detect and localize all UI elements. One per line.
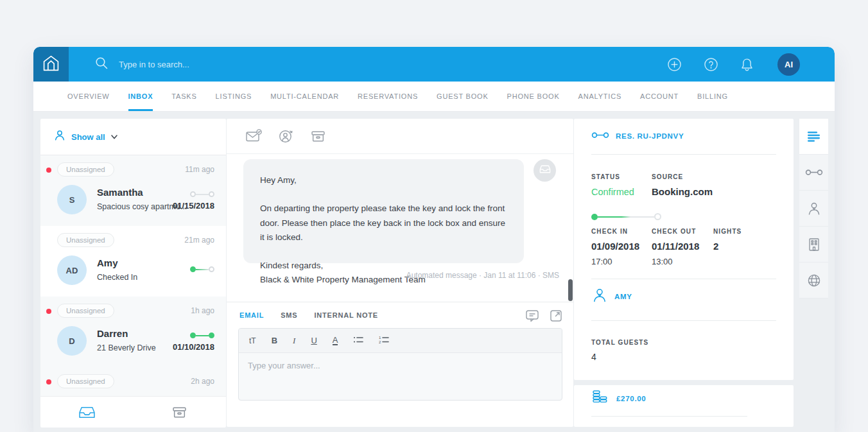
bullet-list-icon[interactable] xyxy=(353,335,363,347)
mark-read-envelope-icon[interactable] xyxy=(245,127,263,145)
thread-panel: Hey Amy, On departing the property pleas… xyxy=(227,119,573,427)
expand-icon[interactable] xyxy=(549,309,563,325)
tab-multi-calendar[interactable]: MULTI-CALENDAR xyxy=(270,82,339,111)
assignment-badge: Unassigned xyxy=(57,304,114,318)
svg-text:1: 1 xyxy=(379,336,381,340)
search-input[interactable] xyxy=(117,59,326,70)
time-ago: 21m ago xyxy=(184,236,214,245)
italic-icon[interactable]: I xyxy=(293,336,295,346)
conversation-list-panel: Show all Unassigned 11m ago S Samantha S… xyxy=(40,119,226,427)
tab-analytics[interactable]: ANALYTICS xyxy=(578,82,622,111)
archive-box-icon[interactable] xyxy=(134,406,227,419)
compose-tab-sms[interactable]: SMS xyxy=(281,311,297,319)
detail-sidebar xyxy=(799,119,828,298)
check-in-date: 01/09/2018 xyxy=(591,241,639,252)
status-value: Confirmed xyxy=(591,187,634,197)
underline-icon[interactable]: U xyxy=(311,336,317,345)
reply-editor: tT B I U A 1 xyxy=(238,328,562,401)
stay-date: 01/10/2018 xyxy=(173,342,214,352)
assign-user-icon[interactable] xyxy=(277,127,295,145)
guest-name: Darren xyxy=(97,328,128,339)
unread-dot xyxy=(46,168,51,173)
global-search xyxy=(95,47,326,82)
filter-label: Show all xyxy=(71,132,105,142)
time-ago: 2h ago xyxy=(191,377,214,386)
guest-name: Samantha xyxy=(97,187,143,198)
details-notes-icon[interactable] xyxy=(799,119,828,155)
compose-area: EMAIL SMS INTERNAL NOTE xyxy=(227,302,573,428)
tab-inbox[interactable]: INBOX xyxy=(128,82,153,111)
total-guests-label: TOTAL GUESTS xyxy=(591,339,648,346)
divider xyxy=(591,279,776,279)
tab-account[interactable]: ACCOUNT xyxy=(640,82,679,111)
check-out-time: 13:00 xyxy=(652,257,673,266)
tab-phone-book[interactable]: PHONE BOOK xyxy=(507,82,560,111)
home-logo[interactable] xyxy=(33,47,69,82)
format-toolbar: tT B I U A 1 xyxy=(239,329,562,353)
tab-tasks[interactable]: TASKS xyxy=(171,82,196,111)
message-meta: Automated message · Jan 11 at 11:06 · SM… xyxy=(406,271,559,280)
unread-dot xyxy=(46,309,51,314)
message-greeting: Hey Amy, xyxy=(260,173,507,187)
total-price: £270.00 xyxy=(616,395,646,402)
inbox-tray-icon xyxy=(539,164,551,177)
list-item-darren[interactable]: Unassigned 1h ago D Darren 21 Beverly Dr… xyxy=(40,297,226,368)
numbered-list-icon[interactable]: 1 2 xyxy=(379,335,389,347)
avatar: S xyxy=(57,185,87,214)
add-button[interactable] xyxy=(666,56,682,72)
message-body: On departing the property please take th… xyxy=(260,202,507,245)
list-footer xyxy=(40,396,226,428)
guest-person-icon[interactable] xyxy=(799,191,828,227)
automated-sender-avatar xyxy=(534,159,556,182)
coins-icon xyxy=(591,389,609,408)
bold-icon[interactable]: B xyxy=(272,336,277,345)
reply-input[interactable] xyxy=(239,353,562,398)
link-icon xyxy=(591,130,609,142)
font-size-icon[interactable]: tT xyxy=(249,336,256,345)
price-card: £270.00 xyxy=(574,385,794,427)
tab-billing[interactable]: BILLING xyxy=(697,82,728,111)
tab-reservations[interactable]: RESERVATIONS xyxy=(358,82,418,111)
time-ago: 11m ago xyxy=(185,165,214,174)
avatar: D xyxy=(57,326,87,356)
reservation-progress xyxy=(591,213,661,220)
source-value: Booking.com xyxy=(652,186,713,197)
tab-overview[interactable]: OVERVIEW xyxy=(67,82,110,111)
house-icon xyxy=(42,55,60,74)
globe-icon[interactable] xyxy=(799,263,828,298)
reservation-link-icon[interactable] xyxy=(799,155,828,191)
compose-actions xyxy=(525,309,563,325)
list-item-partial[interactable]: Unassigned 2h ago xyxy=(40,367,226,396)
assignment-badge: Unassigned xyxy=(57,374,114,388)
app-window: AI OVERVIEW INBOX TASKS LISTINGS MULTI-C… xyxy=(33,47,835,432)
nights-label: NIGHTS xyxy=(713,228,742,235)
user-avatar[interactable]: AI xyxy=(777,53,800,76)
reservation-card: RES. RU-JPDNVY STATUS SOURCE Confirmed B… xyxy=(574,119,794,380)
check-out-label: CHECK OUT xyxy=(652,228,696,235)
reservation-code: RES. RU-JPDNVY xyxy=(616,132,684,140)
conversation-filter[interactable]: Show all xyxy=(40,119,226,155)
person-filter-icon xyxy=(53,129,66,144)
status-label: STATUS xyxy=(591,173,620,180)
compose-tab-email[interactable]: EMAIL xyxy=(239,311,264,319)
guest-link[interactable]: AMY xyxy=(591,287,632,306)
help-button[interactable] xyxy=(703,56,718,72)
avatar: AD xyxy=(57,255,87,285)
canned-response-icon[interactable] xyxy=(525,309,540,325)
list-item-samantha[interactable]: Unassigned 11m ago S Samantha Spacious c… xyxy=(40,155,226,227)
list-item-amy[interactable]: Unassigned 21m ago AD Amy Checked In xyxy=(40,226,226,297)
stay-progress-indicator xyxy=(190,333,214,338)
inbox-tray-icon[interactable] xyxy=(40,406,134,419)
price-link[interactable]: £270.00 xyxy=(591,389,646,408)
thread-scrollbar[interactable] xyxy=(568,279,573,301)
tab-guest-book[interactable]: GUEST BOOK xyxy=(437,82,489,111)
reservation-link[interactable]: RES. RU-JPDNVY xyxy=(591,130,684,142)
property-building-icon[interactable] xyxy=(799,227,828,263)
check-in-label: CHECK IN xyxy=(591,228,628,235)
archive-box-icon[interactable] xyxy=(309,127,327,145)
search-icon xyxy=(95,56,108,73)
text-color-icon[interactable]: A xyxy=(333,336,338,345)
tab-listings[interactable]: LISTINGS xyxy=(216,82,252,111)
notifications-bell-icon[interactable] xyxy=(739,56,754,72)
compose-tab-internal-note[interactable]: INTERNAL NOTE xyxy=(314,311,378,319)
